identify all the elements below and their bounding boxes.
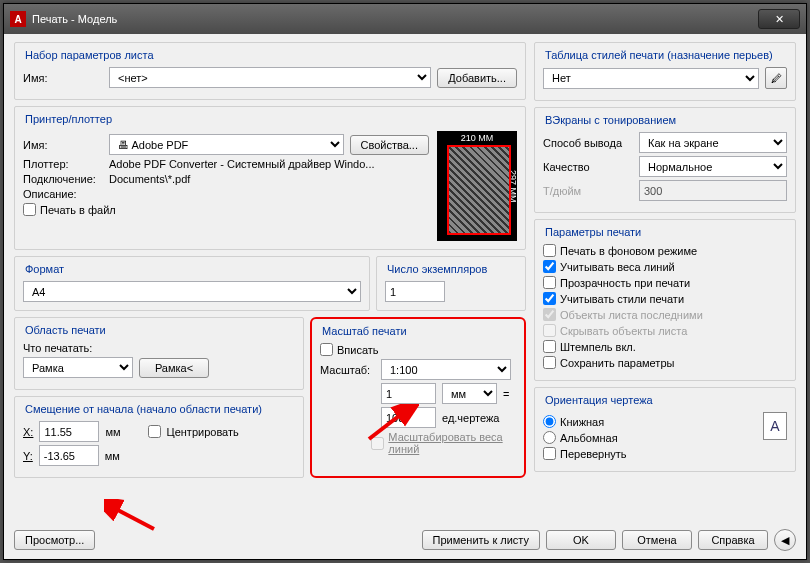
plot-options-legend: Параметры печати	[543, 226, 787, 238]
center-label: Центрировать	[167, 426, 239, 438]
upside-down-checkbox[interactable]	[543, 447, 556, 460]
plot-options-group: Параметры печати Печать в фоновом режиме…	[534, 219, 796, 381]
shaded-viewport-group: ВЭкраны с тонированием Способ вывода Как…	[534, 107, 796, 213]
fit-to-paper-label: Вписать	[337, 344, 379, 356]
offset-y-label: Y:	[23, 450, 33, 462]
page-setup-name-select[interactable]: <нет>	[109, 67, 431, 88]
paper-preview: 210 MM 297 MM	[437, 131, 517, 241]
shaded-legend: ВЭкраны с тонированием	[543, 114, 787, 126]
plot-style-legend: Таблица стилей печати (назначение перьев…	[543, 49, 787, 61]
plot-area-legend: Область печати	[23, 324, 295, 336]
window-pick-button[interactable]: Рамка<	[139, 358, 209, 378]
window-title: Печать - Модель	[32, 13, 758, 25]
offset-y-input[interactable]	[39, 445, 99, 466]
apply-to-layout-button[interactable]: Применить к листу	[422, 530, 541, 550]
opt-save-checkbox[interactable]	[543, 356, 556, 369]
scale-select[interactable]: 1:100	[381, 359, 511, 380]
scale-drawing-input[interactable]	[381, 407, 436, 428]
printer-name-select[interactable]: 🖶 Adobe PDF	[109, 134, 344, 155]
shade-mode-select[interactable]: Как на экране	[639, 132, 787, 153]
offset-y-unit: мм	[105, 450, 120, 462]
what-to-plot-select[interactable]: Рамка	[23, 357, 133, 378]
quality-select[interactable]: Нормальное	[639, 156, 787, 177]
paper-size-legend: Формат	[23, 263, 361, 275]
printer-group: Принтер/плоттер Имя: 🖶 Adobe PDF Свойств…	[14, 106, 526, 250]
printer-props-button[interactable]: Свойства...	[350, 135, 429, 155]
paper-size-select[interactable]: A4	[23, 281, 361, 302]
copies-input[interactable]	[385, 281, 445, 302]
opt-lineweights-checkbox[interactable]	[543, 260, 556, 273]
scale-units-input[interactable]	[381, 383, 436, 404]
opt-stamp-checkbox[interactable]	[543, 340, 556, 353]
page-setup-group: Набор параметров листа Имя: <нет> Добави…	[14, 42, 526, 100]
opt-hide-checkbox	[543, 324, 556, 337]
titlebar[interactable]: A Печать - Модель ✕	[4, 4, 806, 34]
landscape-radio[interactable]	[543, 431, 556, 444]
plot-scale-group: Масштаб печати Вписать Масштаб: 1:100 мм…	[310, 317, 526, 478]
dpi-input	[639, 180, 787, 201]
offset-x-unit: мм	[105, 426, 120, 438]
scale-drawing-label: ед.чертежа	[442, 412, 499, 424]
page-setup-legend: Набор параметров листа	[23, 49, 517, 61]
scale-label: Масштаб:	[320, 364, 375, 376]
quality-label: Качество	[543, 161, 633, 173]
help-button[interactable]: Справка	[698, 530, 768, 550]
plot-scale-legend: Масштаб печати	[320, 325, 516, 337]
orientation-legend: Ориентация чертежа	[543, 394, 787, 406]
offset-legend: Смещение от начала (начало области печат…	[23, 403, 295, 415]
connection-value: Documents\*.pdf	[109, 173, 190, 185]
copies-legend: Число экземпляров	[385, 263, 517, 275]
offset-x-label: X:	[23, 426, 33, 438]
scale-lineweights-checkbox	[371, 437, 384, 450]
app-icon: A	[10, 11, 26, 27]
what-to-plot-label: Что печатать:	[23, 342, 295, 354]
close-button[interactable]: ✕	[758, 9, 800, 29]
copies-group: Число экземпляров	[376, 256, 526, 311]
page-setup-name-label: Имя:	[23, 72, 103, 84]
cancel-button[interactable]: Отмена	[622, 530, 692, 550]
portrait-radio[interactable]	[543, 415, 556, 428]
plot-style-edit-button[interactable]: 🖉	[765, 67, 787, 89]
preview-button[interactable]: Просмотр...	[14, 530, 95, 550]
fit-to-paper-checkbox[interactable]	[320, 343, 333, 356]
opt-paperspace-checkbox	[543, 308, 556, 321]
plot-style-select[interactable]: Нет	[543, 68, 759, 89]
orientation-group: Ориентация чертежа Книжная Альбомная Пер…	[534, 387, 796, 472]
description-label: Описание:	[23, 188, 103, 200]
collapse-button[interactable]: ◀	[774, 529, 796, 551]
offset-x-input[interactable]	[39, 421, 99, 442]
printer-legend: Принтер/плоттер	[23, 113, 517, 125]
offset-group: Смещение от начала (начало области печат…	[14, 396, 304, 478]
opt-transparency-checkbox[interactable]	[543, 276, 556, 289]
print-dialog: A Печать - Модель ✕ Набор параметров лис…	[3, 3, 807, 560]
opt-styles-checkbox[interactable]	[543, 292, 556, 305]
center-checkbox[interactable]	[148, 425, 161, 438]
print-to-file-label: Печать в файл	[40, 204, 116, 216]
svg-line-0	[112, 507, 154, 529]
ok-button[interactable]: OK	[546, 530, 616, 550]
add-pagesetup-button[interactable]: Добавить...	[437, 68, 517, 88]
scale-lineweights-label: Масштабировать веса линий	[388, 431, 516, 455]
plotter-value: Adobe PDF Converter - Системный драйвер …	[109, 158, 375, 170]
equals-label: =	[503, 388, 509, 400]
paper-size-group: Формат A4	[14, 256, 370, 311]
connection-label: Подключение:	[23, 173, 103, 185]
dpi-label: Т/дюйм	[543, 185, 633, 197]
plot-area-group: Область печати Что печатать: Рамка Рамка…	[14, 317, 304, 390]
plotter-label: Плоттер:	[23, 158, 103, 170]
opt-background-checkbox[interactable]	[543, 244, 556, 257]
plot-style-group: Таблица стилей печати (назначение перьев…	[534, 42, 796, 101]
scale-unit-select[interactable]: мм	[442, 383, 497, 404]
dialog-footer: Просмотр... Применить к листу OK Отмена …	[14, 529, 796, 551]
orientation-icon: A	[763, 412, 787, 440]
printer-name-label: Имя:	[23, 139, 103, 151]
preview-width-label: 210 MM	[437, 133, 517, 143]
shade-mode-label: Способ вывода	[543, 137, 633, 149]
print-to-file-checkbox[interactable]	[23, 203, 36, 216]
